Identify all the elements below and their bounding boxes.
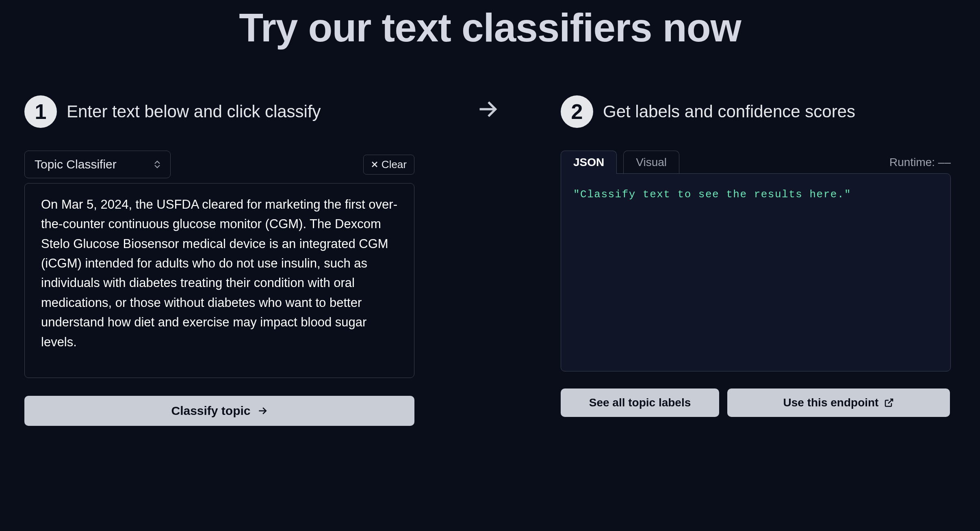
classify-button-label: Classify topic	[171, 404, 250, 418]
step-1-header: 1 Enter text below and click classify	[24, 95, 414, 128]
step-2-header: 2 Get labels and confidence scores	[561, 95, 951, 128]
tab-visual[interactable]: Visual	[623, 151, 679, 174]
page-title: Try our text classifiers now	[24, 0, 956, 95]
output-buttons-row: See all topic labels Use this endpoint	[561, 389, 951, 417]
output-tabs-row: JSON Visual Runtime: ––	[561, 151, 951, 174]
see-all-labels-label: See all topic labels	[589, 396, 691, 409]
use-endpoint-button[interactable]: Use this endpoint	[727, 389, 950, 417]
step-2-title: Get labels and confidence scores	[603, 102, 855, 121]
input-column: 1 Enter text below and click classify To…	[24, 95, 414, 426]
clear-button[interactable]: Clear	[363, 155, 414, 175]
use-endpoint-label: Use this endpoint	[783, 396, 879, 409]
output-tabs: JSON Visual	[561, 151, 679, 174]
classifier-select[interactable]: Topic Classifier	[24, 151, 171, 178]
close-icon	[371, 161, 378, 168]
text-input[interactable]	[24, 183, 414, 378]
classifier-select-value: Topic Classifier	[35, 158, 117, 171]
see-all-labels-button[interactable]: See all topic labels	[561, 389, 719, 417]
step-1-badge: 1	[24, 95, 57, 128]
runtime-display: Runtime: ––	[889, 156, 951, 169]
external-link-icon	[884, 398, 894, 408]
input-controls-row: Topic Classifier Clear	[24, 151, 414, 178]
runtime-label: Runtime:	[889, 156, 935, 168]
output-placeholder: "Classify text to see the results here."	[573, 188, 851, 201]
output-column: 2 Get labels and confidence scores JSON …	[561, 95, 951, 417]
two-column-layout: 1 Enter text below and click classify To…	[24, 95, 956, 426]
arrow-right-icon	[257, 406, 268, 416]
output-box: "Classify text to see the results here."	[561, 173, 951, 371]
runtime-value: ––	[938, 156, 951, 168]
arrow-right-icon	[477, 99, 498, 120]
arrow-divider	[414, 95, 561, 120]
select-chevrons-icon	[154, 160, 160, 168]
svg-line-4	[888, 399, 893, 404]
step-2-badge: 2	[561, 95, 593, 128]
tab-json[interactable]: JSON	[561, 151, 617, 174]
clear-button-label: Clear	[382, 158, 407, 171]
step-1-title: Enter text below and click classify	[67, 102, 321, 121]
classify-button[interactable]: Classify topic	[24, 396, 414, 426]
